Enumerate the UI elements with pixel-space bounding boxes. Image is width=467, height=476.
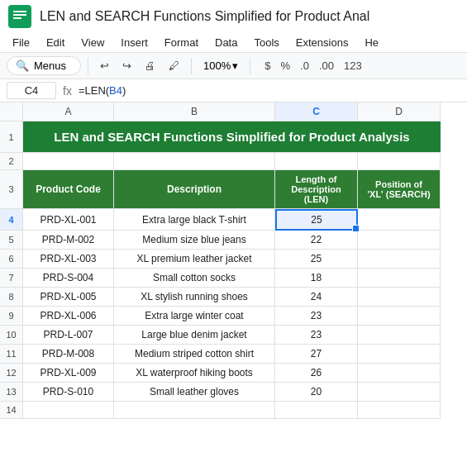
col-header-B[interactable]: B xyxy=(114,102,275,121)
cell-C13[interactable]: 20 xyxy=(275,383,358,402)
cell-A14[interactable] xyxy=(23,402,114,419)
zoom-selector[interactable]: 100% ▾ xyxy=(198,57,243,74)
row-num-3: 3 xyxy=(0,170,23,209)
percent-format-button[interactable]: % xyxy=(276,58,294,74)
cell-B6[interactable]: XL premium leather jacket xyxy=(114,250,275,269)
cell-D11[interactable] xyxy=(358,345,441,364)
zoom-value: 100% xyxy=(203,60,231,72)
zoom-arrow-icon: ▾ xyxy=(232,60,238,72)
row-num-2: 2 xyxy=(0,153,23,170)
window-title: LEN and SEARCH Functions Simplified for … xyxy=(40,9,369,24)
menu-tools[interactable]: Tools xyxy=(251,35,281,50)
paint-format-button[interactable]: 🖊 xyxy=(164,57,184,74)
search-menus[interactable]: 🔍 Menus xyxy=(7,56,81,75)
cell-C6[interactable]: 25 xyxy=(275,250,358,269)
row-num-12: 12 xyxy=(0,364,23,383)
cell-B9[interactable]: Extra large winter coat xyxy=(114,307,275,326)
cell-A9[interactable]: PRD-XL-006 xyxy=(23,307,114,326)
row-num-5: 5 xyxy=(0,231,23,250)
row-num-6: 6 xyxy=(0,250,23,269)
menu-insert[interactable]: Insert xyxy=(118,35,150,50)
svg-rect-3 xyxy=(13,17,21,19)
cell-A12[interactable]: PRD-XL-009 xyxy=(23,364,114,383)
dollar-format-button[interactable]: $ xyxy=(260,58,274,74)
dot0-format-button[interactable]: .0 xyxy=(296,58,313,74)
cell-B12[interactable]: XL waterproof hiking boots xyxy=(114,364,275,383)
cell-B10[interactable]: Large blue denim jacket xyxy=(114,326,275,345)
cell-B14[interactable] xyxy=(114,402,275,419)
col-header-A[interactable]: A xyxy=(23,102,114,121)
print-button[interactable]: 🖨 xyxy=(140,57,160,74)
cell-A5[interactable]: PRD-M-002 xyxy=(23,231,114,250)
header-length: Length ofDescription(LEN) xyxy=(275,170,358,209)
header-description: Description xyxy=(114,170,275,209)
cell-D14[interactable] xyxy=(358,402,441,419)
row-num-8: 8 xyxy=(0,288,23,307)
col-header-D[interactable]: D xyxy=(358,102,441,121)
cell-B2[interactable] xyxy=(114,153,275,170)
cell-A10[interactable]: PRD-L-007 xyxy=(23,326,114,345)
cell-D13[interactable] xyxy=(358,383,441,402)
currency-format-group: $ % .0 .00 123 xyxy=(260,58,365,74)
cell-C8[interactable]: 24 xyxy=(275,288,358,307)
menu-help[interactable]: He xyxy=(362,35,381,50)
cell-D8[interactable] xyxy=(358,288,441,307)
toolbar-separator-1 xyxy=(88,58,88,74)
cell-C5[interactable]: 22 xyxy=(275,231,358,250)
cell-D7[interactable] xyxy=(358,269,441,288)
cell-C12[interactable]: 26 xyxy=(275,364,358,383)
cell-C4[interactable]: 25 xyxy=(275,209,358,231)
menu-file[interactable]: File xyxy=(10,35,32,50)
cell-D9[interactable] xyxy=(358,307,441,326)
cell-D4[interactable] xyxy=(358,209,441,231)
redo-button[interactable]: ↪ xyxy=(117,57,136,74)
cell-B7[interactable]: Small cotton socks xyxy=(114,269,275,288)
cell-reference-box[interactable]: C4 xyxy=(7,82,56,99)
menu-view[interactable]: View xyxy=(79,35,107,50)
dot00-format-button[interactable]: .00 xyxy=(315,58,338,74)
cell-A13[interactable]: PRD-S-010 xyxy=(23,383,114,402)
cell-A7[interactable]: PRD-S-004 xyxy=(23,269,114,288)
cell-C10[interactable]: 23 xyxy=(275,326,358,345)
cell-D2[interactable] xyxy=(358,153,441,170)
cell-B8[interactable]: XL stylish running shoes xyxy=(114,288,275,307)
cell-B11[interactable]: Medium striped cotton shirt xyxy=(114,345,275,364)
cell-B5[interactable]: Medium size blue jeans xyxy=(114,231,275,250)
cell-C14[interactable] xyxy=(275,402,358,419)
cell-B4[interactable]: Extra large black T-shirt xyxy=(114,209,275,231)
cell-A6[interactable]: PRD-XL-003 xyxy=(23,250,114,269)
search-icon: 🔍 xyxy=(16,60,29,72)
header-product-code: Product Code xyxy=(23,170,114,209)
cell-C2[interactable] xyxy=(275,153,358,170)
svg-rect-2 xyxy=(13,14,26,16)
title-bar: LEN and SEARCH Functions Simplified for … xyxy=(0,0,467,33)
row-num-13: 13 xyxy=(0,383,23,402)
cell-D12[interactable] xyxy=(358,364,441,383)
123-format-button[interactable]: 123 xyxy=(340,58,366,74)
cell-C11[interactable]: 27 xyxy=(275,345,358,364)
cell-A8[interactable]: PRD-XL-005 xyxy=(23,288,114,307)
fx-icon: fx xyxy=(63,84,72,98)
menu-bar: File Edit View Insert Format Data Tools … xyxy=(0,33,467,52)
cell-A11[interactable]: PRD-M-008 xyxy=(23,345,114,364)
menu-extensions[interactable]: Extensions xyxy=(293,35,351,50)
svg-rect-0 xyxy=(8,5,31,28)
header-position: Position of'XL' (SEARCH) xyxy=(358,170,441,209)
menu-edit[interactable]: Edit xyxy=(44,35,67,50)
menu-format[interactable]: Format xyxy=(162,35,201,50)
menu-data[interactable]: Data xyxy=(212,35,240,50)
cell-D6[interactable] xyxy=(358,250,441,269)
cell-B13[interactable]: Small leather gloves xyxy=(114,383,275,402)
formula-bar: C4 fx =LEN(B4) xyxy=(0,79,467,102)
undo-button[interactable]: ↩ xyxy=(95,57,114,74)
cell-D10[interactable] xyxy=(358,326,441,345)
cell-C7[interactable]: 18 xyxy=(275,269,358,288)
spreadsheet: A B C D 1 LEN and SEARCH Functions Simpl… xyxy=(0,102,467,419)
cell-A4[interactable]: PRD-XL-001 xyxy=(23,209,114,231)
cell-A2[interactable] xyxy=(23,153,114,170)
col-header-C[interactable]: C xyxy=(275,102,358,121)
cell-C9[interactable]: 23 xyxy=(275,307,358,326)
spreadsheet-title: LEN and SEARCH Functions Simplified for … xyxy=(23,121,441,153)
cell-D5[interactable] xyxy=(358,231,441,250)
row-num-14: 14 xyxy=(0,402,23,419)
